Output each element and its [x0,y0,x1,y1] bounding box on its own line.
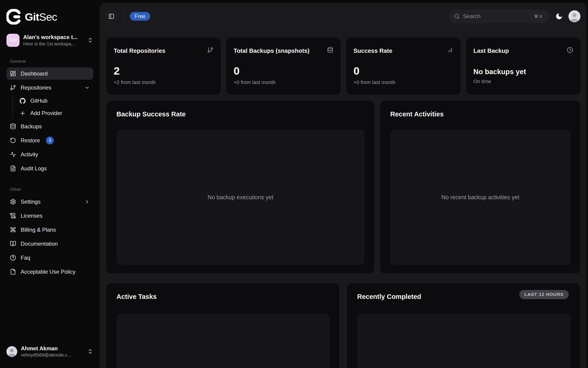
sidebar-item-documentation[interactable]: Documentation [6,238,93,250]
charts-row: Backup Success Rate No backup executions… [106,101,580,274]
panel-title: Recently Completed [357,293,421,301]
workspace-switcher[interactable]: AW Alan's workspace t... Here is the 1st… [6,33,93,47]
workspace-name: Alan's workspace t... [23,34,84,40]
sidebar-item-label: Documentation [21,241,58,247]
sidebar-item-audit-logs[interactable]: Audit Logs [6,162,93,175]
panel-left-icon [108,13,114,19]
active-tasks-list-area [116,313,330,368]
stat-subtext: On time [473,79,573,84]
stat-value: 2 [114,65,213,76]
restore-count-badge: 3 [46,137,54,144]
stat-title: Last Backup [473,47,573,55]
help-circle-icon [10,255,16,261]
database-icon [10,123,16,129]
topbar-user-avatar[interactable] [569,10,580,22]
sidebar-item-label: Settings [21,199,41,205]
sidebar-item-label: Repositories [21,84,51,91]
sidebar-item-licenses[interactable]: Licenses [6,210,93,222]
stat-card-last-backup: Last Backup No backups yet On time [466,37,581,95]
stat-subtext: +0 from last month [233,79,333,85]
sidebar-item-add-provider[interactable]: Add Provider [16,108,93,119]
search-placeholder: Search [463,13,528,19]
theme-toggle-button[interactable] [555,12,563,20]
repositories-subgroup: GitHub Add Provider [12,95,93,119]
stat-value: 0 [233,65,333,76]
stat-card-total-backups: Total Backups (snapshots) 0 +0 from last… [226,37,341,95]
file-icon [10,269,16,275]
active-tasks-card: Active Tasks [106,283,339,368]
sidebar-item-repositories[interactable]: Repositories [6,82,93,94]
sidebar-toggle-button[interactable] [106,10,117,22]
user-avatar-image [6,346,17,357]
user-name: Ahmet Akman [21,345,84,352]
sidebar: GitSec AW Alan's workspace t... Here is … [0,0,100,368]
sidebar-item-label: Restore [21,137,40,144]
database-icon [327,47,333,53]
backup-success-rate-chart-area: No backup executions yet [116,129,364,265]
main-panel: Free Search ⌘ K Total Repositories 2 +2 … [100,3,586,368]
gear-icon [10,199,16,205]
sidebar-item-github[interactable]: GitHub [16,95,93,106]
stat-subtext: +0 from last month [354,79,453,85]
workspace-avatar: AW [6,34,19,47]
sidebar-item-dashboard[interactable]: Dashboard [6,67,93,80]
stat-subtext: +2 from last month [114,79,213,85]
chevrons-up-down-icon [87,37,93,43]
panel-title: Backup Success Rate [116,110,186,118]
sidebar-item-label: Licenses [21,212,43,219]
app-title: GitSec [25,10,57,23]
clock-icon [567,47,573,53]
sidebar-item-restore[interactable]: Restore 3 [6,134,93,147]
backup-success-rate-card: Backup Success Rate No backup executions… [106,101,374,274]
sidebar-item-faq[interactable]: Faq [6,252,93,264]
empty-state-text: No backup executions yet [208,194,273,201]
sidebar-item-billing[interactable]: Billing & Plans [6,224,93,236]
stats-row: Total Repositories 2 +2 from last month … [106,37,581,95]
sidebar-nav-other: Settings Licenses Billing & Plans Docume… [6,196,93,278]
github-icon [19,98,26,104]
recent-activities-card: Recent Activities No recent backup activ… [380,101,580,274]
sidebar-nav-general: Dashboard Repositories GitHub Add [6,67,93,175]
search-icon [454,13,460,19]
dashboard-icon [10,71,16,77]
empty-state-text: No recent backup activities yet [441,194,519,201]
recently-completed-list-area [357,313,570,368]
recently-completed-card: Recently Completed LAST 12 HOURS [347,283,580,368]
sidebar-item-acceptable-use-policy[interactable]: Acceptable Use Policy [6,266,93,278]
book-open-icon [10,241,16,247]
sidebar-item-label: Acceptable Use Policy [21,269,75,275]
search-input[interactable]: Search ⌘ K [449,10,549,23]
sidebar-item-settings[interactable]: Settings [6,196,93,208]
git-branch-icon [10,84,16,91]
tasks-row: Active Tasks Recently Completed LAST 12 … [106,283,580,368]
panel-title: Active Tasks [116,293,157,301]
sidebar-item-label: Backups [21,123,42,130]
sidebar-item-label: Activity [21,151,38,158]
bar-chart-icon [447,47,453,53]
chevrons-up-down-icon [87,349,93,354]
sidebar-item-backups[interactable]: Backups [6,120,93,132]
stat-title: Success Rate [354,47,453,55]
workspace-description: Here is the 1st workspa... [23,41,84,46]
stat-card-total-repositories: Total Repositories 2 +2 from last month [106,37,221,95]
stat-card-success-rate: Success Rate 0 +0 from last month [346,37,461,95]
plan-badge[interactable]: Free [130,12,150,21]
stat-title: Total Backups (snapshots) [233,47,333,55]
moon-icon [555,12,563,20]
git-branch-icon [207,47,213,53]
app-logo[interactable]: GitSec [6,0,93,26]
chevron-right-icon [84,199,90,204]
sidebar-item-activity[interactable]: Activity [6,148,93,160]
time-range-badge: LAST 12 HOURS [519,290,569,299]
gitsec-logo-icon [6,9,22,25]
sidebar-item-label: Dashboard [21,71,47,77]
scroll-text-icon [10,212,16,219]
sidebar-item-label: Faq [21,255,30,261]
plus-icon [19,110,26,116]
user-email: vehoyi8569@alexida.c... [21,352,84,358]
rotate-ccw-icon [10,137,16,144]
panel-title: Recent Activities [390,110,444,118]
topbar-divider [123,11,124,22]
sidebar-item-label: Add Provider [30,110,62,116]
user-menu[interactable]: Ahmet Akman vehoyi8569@alexida.c... [6,345,93,358]
